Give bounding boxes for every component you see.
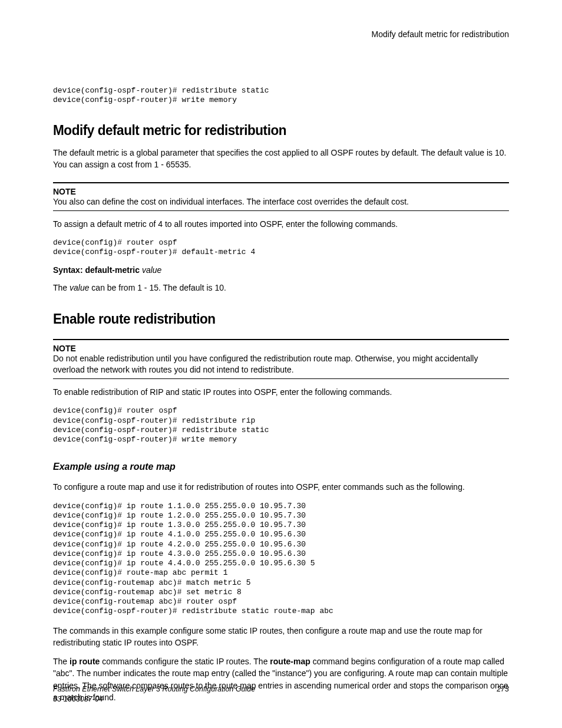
code-block-route-map: device(config)# ip route 1.1.0.0 255.255… — [53, 502, 509, 617]
heading-enable-redistribution: Enable route redistribution — [53, 311, 482, 327]
syntax-arg: value — [142, 265, 161, 275]
body-text: To assign a default metric of 4 to all r… — [53, 218, 509, 230]
note-label: NOTE — [53, 183, 509, 196]
footer-page-number: 273 — [497, 684, 509, 704]
page-footer: FastIron Ethernet Switch Layer 3 Routing… — [53, 684, 509, 704]
text: commands configure the static IP routes.… — [100, 657, 270, 666]
italic-value: value — [70, 283, 89, 292]
footer-left: FastIron Ethernet Switch Layer 3 Routing… — [53, 684, 255, 704]
body-text: To enable redistribution of RIP and stat… — [53, 386, 509, 398]
body-text: The commands in this example configure s… — [53, 625, 509, 649]
intro-paragraph: The default metric is a global parameter… — [53, 147, 509, 171]
body-text: To configure a route map and use it for … — [53, 481, 509, 493]
footer-title: FastIron Ethernet Switch Layer 3 Routing… — [53, 685, 255, 693]
text: can be from 1 - 15. The default is 10. — [89, 283, 226, 292]
heading-example-route-map: Example using a route map — [53, 461, 482, 473]
note-text: Do not enable redistribution until you h… — [53, 353, 509, 379]
footer-doc-id: 53-1003087-04 — [53, 695, 103, 703]
code-block-default-metric: device(config)# router ospf device(confi… — [53, 238, 509, 258]
running-header: Modify default metric for redistribution — [53, 29, 509, 39]
syntax-keyword: Syntax: default-metric — [53, 265, 140, 275]
text: The — [53, 657, 70, 666]
syntax-line: Syntax: default-metric value — [53, 265, 509, 275]
note-text: You also can define the cost on individu… — [53, 196, 509, 211]
heading-modify-default-metric: Modify default metric for redistribution — [53, 122, 482, 139]
bold-cmd: route-map — [270, 657, 310, 666]
value-description: The value can be from 1 - 15. The defaul… — [53, 282, 509, 294]
code-block-top: device(config-ospf-router)# redistribute… — [53, 86, 509, 106]
code-block-redistribute: device(config)# router ospf device(confi… — [53, 406, 509, 444]
note-label: NOTE — [53, 340, 509, 353]
text: The — [53, 283, 70, 292]
bold-cmd: ip route — [70, 657, 100, 666]
